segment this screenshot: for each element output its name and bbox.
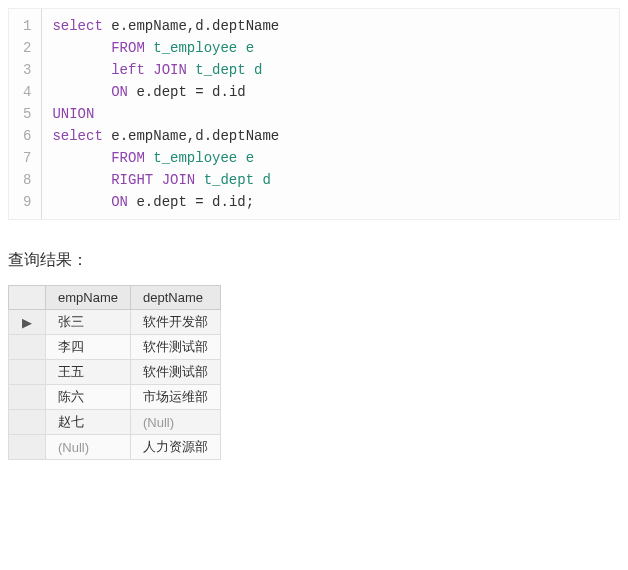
code-token: id (229, 84, 246, 100)
code-line: select e.empName,d.deptName (52, 15, 279, 37)
table-cell: 软件开发部 (130, 310, 220, 335)
code-token (52, 84, 111, 100)
table-row: 王五软件测试部 (9, 360, 221, 385)
line-number-gutter: 123456789 (9, 9, 42, 219)
section-title: 查询结果： (8, 250, 620, 271)
row-marker (9, 410, 46, 435)
code-token: e (136, 84, 144, 100)
table-cell: 陈六 (46, 385, 131, 410)
code-token: d (195, 18, 203, 34)
code-token: deptName (212, 18, 279, 34)
code-token: = (195, 194, 212, 210)
code-token: empName (128, 128, 187, 144)
code-token: . (145, 84, 153, 100)
row-marker-header (9, 286, 46, 310)
code-token: dept (153, 194, 195, 210)
line-number: 1 (23, 15, 31, 37)
code-content: select e.empName,d.deptName FROM t_emplo… (42, 9, 289, 219)
code-token: RIGHT JOIN (111, 172, 203, 188)
code-token: UNION (52, 106, 94, 122)
table-row: ▶张三软件开发部 (9, 310, 221, 335)
line-number: 4 (23, 81, 31, 103)
code-line: UNION (52, 103, 279, 125)
code-token: . (145, 194, 153, 210)
table-row: 陈六市场运维部 (9, 385, 221, 410)
code-token (52, 62, 111, 78)
code-line: FROM t_employee e (52, 37, 279, 59)
table-row: 李四软件测试部 (9, 335, 221, 360)
table-cell: 王五 (46, 360, 131, 385)
code-token (52, 172, 111, 188)
code-token (52, 150, 111, 166)
code-line: select e.empName,d.deptName (52, 125, 279, 147)
code-token: t_employee e (153, 150, 254, 166)
code-token: . (220, 84, 228, 100)
table-cell: 赵七 (46, 410, 131, 435)
table-cell: 市场运维部 (130, 385, 220, 410)
code-token: . (204, 128, 212, 144)
line-number: 7 (23, 147, 31, 169)
row-marker (9, 385, 46, 410)
table-cell: 软件测试部 (130, 360, 220, 385)
table-cell: (Null) (46, 435, 131, 460)
code-token: ON (111, 84, 136, 100)
code-token: t_employee e (153, 40, 254, 56)
code-token: dept (153, 84, 195, 100)
code-token: id (229, 194, 246, 210)
line-number: 5 (23, 103, 31, 125)
table-cell: 张三 (46, 310, 131, 335)
code-token: , (187, 18, 195, 34)
code-token: FROM (111, 150, 153, 166)
code-token: ; (246, 194, 254, 210)
line-number: 8 (23, 169, 31, 191)
code-token: ON (111, 194, 136, 210)
line-number: 3 (23, 59, 31, 81)
code-token: , (187, 128, 195, 144)
code-token: . (120, 18, 128, 34)
code-token: = (195, 84, 212, 100)
table-cell: (Null) (130, 410, 220, 435)
code-line: ON e.dept = d.id (52, 81, 279, 103)
table-row: (Null)人力资源部 (9, 435, 221, 460)
table-cell: 人力资源部 (130, 435, 220, 460)
code-token: . (120, 128, 128, 144)
code-token: left JOIN (111, 62, 195, 78)
table-header-row: empName deptName (9, 286, 221, 310)
row-marker: ▶ (9, 310, 46, 335)
col-header-deptname: deptName (130, 286, 220, 310)
code-line: RIGHT JOIN t_dept d (52, 169, 279, 191)
code-line: FROM t_employee e (52, 147, 279, 169)
line-number: 2 (23, 37, 31, 59)
code-line: left JOIN t_dept d (52, 59, 279, 81)
code-token: . (220, 194, 228, 210)
code-token: e (136, 194, 144, 210)
code-token: select (52, 18, 111, 34)
code-token (52, 194, 111, 210)
code-token: e (111, 128, 119, 144)
code-token: FROM (111, 40, 153, 56)
result-table: empName deptName ▶张三软件开发部李四软件测试部王五软件测试部陈… (8, 285, 221, 460)
line-number: 6 (23, 125, 31, 147)
code-token (52, 40, 111, 56)
row-marker (9, 335, 46, 360)
code-token: e (111, 18, 119, 34)
code-token: deptName (212, 128, 279, 144)
line-number: 9 (23, 191, 31, 213)
col-header-empname: empName (46, 286, 131, 310)
code-token: . (204, 18, 212, 34)
sql-code-block: 123456789 select e.empName,d.deptName FR… (8, 8, 620, 220)
code-line: ON e.dept = d.id; (52, 191, 279, 213)
code-token: empName (128, 18, 187, 34)
table-row: 赵七(Null) (9, 410, 221, 435)
row-marker (9, 435, 46, 460)
code-token: d (195, 128, 203, 144)
row-marker (9, 360, 46, 385)
code-token: t_dept d (204, 172, 271, 188)
code-token: select (52, 128, 111, 144)
table-cell: 软件测试部 (130, 335, 220, 360)
table-cell: 李四 (46, 335, 131, 360)
code-token: t_dept d (195, 62, 262, 78)
